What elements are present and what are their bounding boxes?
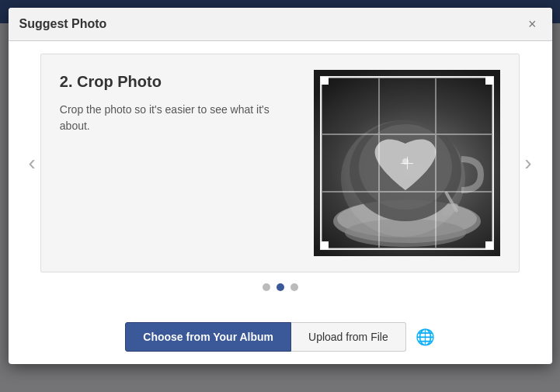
crop-handle-bl[interactable] [321, 241, 329, 249]
crop-image-container [314, 70, 500, 256]
modal-footer: Choose from Your Album Upload from File … [9, 314, 552, 364]
carousel: ‹ 2. Crop Photo Crop the photo so it's e… [24, 54, 537, 272]
slide-description: Crop the photo so it's easier to see wha… [60, 102, 295, 134]
carousel-prev-button[interactable]: ‹ [24, 152, 40, 174]
dot-1[interactable] [263, 283, 270, 291]
modal-body: ‹ 2. Crop Photo Crop the photo so it's e… [9, 41, 552, 314]
suggest-photo-modal: Suggest Photo × ‹ 2. Crop Photo Crop the… [9, 8, 552, 364]
slide-text: 2. Crop Photo Crop the photo so it's eas… [60, 70, 295, 134]
crop-overlay [320, 76, 494, 250]
dot-3[interactable] [290, 283, 298, 291]
slide-step: 2. Crop Photo [60, 73, 295, 91]
coffee-image [314, 70, 500, 256]
crop-handle-tl[interactable] [321, 77, 329, 85]
modal-backdrop: Suggest Photo × ‹ 2. Crop Photo Crop the… [0, 0, 560, 392]
globe-icon[interactable]: 🌐 [416, 328, 435, 346]
slide-crop-photo: 2. Crop Photo Crop the photo so it's eas… [40, 54, 520, 272]
crop-crosshair [401, 157, 413, 169]
choose-from-album-button[interactable]: Choose from Your Album [125, 322, 291, 352]
carousel-dots [24, 283, 537, 291]
crop-handle-tr[interactable] [485, 77, 493, 85]
modal-header: Suggest Photo × [9, 8, 552, 41]
upload-from-file-button[interactable]: Upload from File [291, 322, 406, 352]
crop-handle-br[interactable] [485, 241, 493, 249]
carousel-next-button[interactable]: › [520, 152, 536, 174]
dot-2[interactable] [277, 283, 284, 291]
modal-title: Suggest Photo [19, 17, 107, 31]
modal-close-button[interactable]: × [523, 16, 541, 33]
